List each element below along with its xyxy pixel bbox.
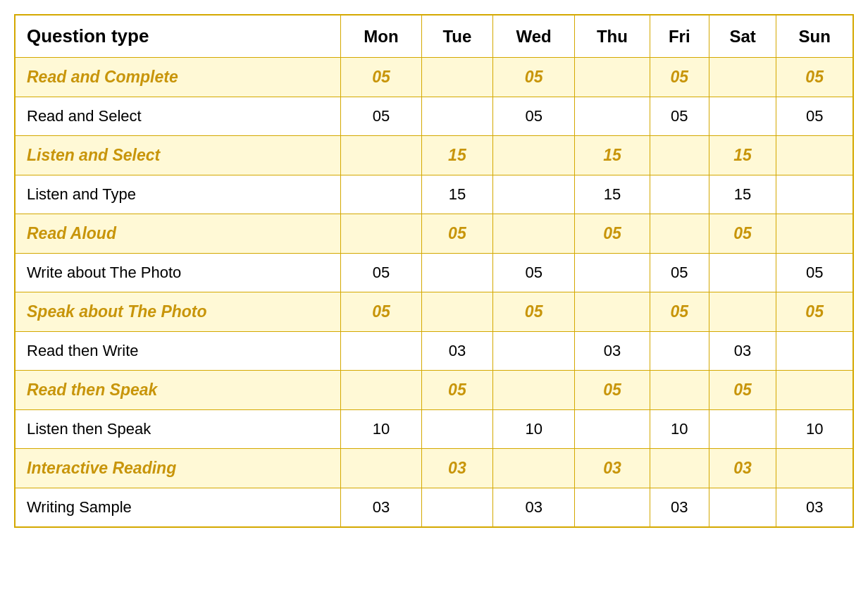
col-header-sat: Sat — [709, 15, 776, 58]
value-cell — [492, 449, 574, 488]
col-header-sun: Sun — [776, 15, 853, 58]
value-cell — [492, 136, 574, 175]
value-cell — [492, 175, 574, 214]
value-cell — [776, 175, 853, 214]
value-cell — [340, 136, 421, 175]
value-cell: 05 — [492, 97, 574, 136]
value-cell: 15 — [575, 175, 650, 214]
value-cell — [650, 332, 709, 371]
table-row: Speak about The Photo05050505 — [15, 292, 853, 332]
col-header-wed: Wed — [492, 15, 574, 58]
value-cell — [421, 292, 492, 332]
value-cell — [776, 371, 853, 410]
value-cell — [650, 175, 709, 214]
value-cell: 03 — [575, 449, 650, 488]
value-cell — [575, 488, 650, 528]
value-cell — [709, 58, 776, 97]
question-type-cell: Listen and Select — [15, 136, 340, 175]
value-cell: 03 — [776, 488, 853, 528]
value-cell — [575, 254, 650, 292]
value-cell — [492, 371, 574, 410]
value-cell — [709, 254, 776, 292]
value-cell: 15 — [709, 136, 776, 175]
value-cell: 05 — [340, 292, 421, 332]
value-cell — [492, 214, 574, 254]
value-cell: 05 — [340, 254, 421, 292]
value-cell — [340, 449, 421, 488]
value-cell: 05 — [340, 97, 421, 136]
value-cell — [776, 214, 853, 254]
value-cell: 05 — [421, 371, 492, 410]
question-type-cell: Read then Speak — [15, 371, 340, 410]
table-row: Write about The Photo05050505 — [15, 254, 853, 292]
value-cell: 10 — [340, 410, 421, 449]
value-cell — [421, 254, 492, 292]
value-cell: 03 — [575, 332, 650, 371]
value-cell: 03 — [650, 488, 709, 528]
col-header-fri: Fri — [650, 15, 709, 58]
question-type-cell: Listen and Type — [15, 175, 340, 214]
value-cell: 10 — [650, 410, 709, 449]
value-cell — [709, 488, 776, 528]
value-cell — [650, 136, 709, 175]
value-cell: 05 — [492, 254, 574, 292]
value-cell: 03 — [421, 332, 492, 371]
question-type-cell: Write about The Photo — [15, 254, 340, 292]
value-cell — [421, 58, 492, 97]
table-row: Listen and Type151515 — [15, 175, 853, 214]
value-cell: 10 — [492, 410, 574, 449]
value-cell: 15 — [709, 175, 776, 214]
table-row: Read and Select05050505 — [15, 97, 853, 136]
value-cell: 03 — [492, 488, 574, 528]
value-cell: 05 — [776, 97, 853, 136]
value-cell — [650, 371, 709, 410]
value-cell: 03 — [709, 332, 776, 371]
value-cell: 05 — [650, 97, 709, 136]
table-row: Read Aloud050505 — [15, 214, 853, 254]
value-cell — [650, 449, 709, 488]
table-row: Writing Sample03030303 — [15, 488, 853, 528]
value-cell: 05 — [421, 214, 492, 254]
value-cell: 05 — [709, 371, 776, 410]
table-row: Interactive Reading030303 — [15, 449, 853, 488]
value-cell: 05 — [776, 254, 853, 292]
table-row: Read then Speak050505 — [15, 371, 853, 410]
value-cell: 05 — [575, 371, 650, 410]
question-type-cell: Read then Write — [15, 332, 340, 371]
col-header-tue: Tue — [421, 15, 492, 58]
col-header-thu: Thu — [575, 15, 650, 58]
value-cell — [575, 58, 650, 97]
value-cell — [776, 332, 853, 371]
question-type-cell: Listen then Speak — [15, 410, 340, 449]
value-cell — [776, 449, 853, 488]
value-cell: 03 — [421, 449, 492, 488]
question-type-cell: Interactive Reading — [15, 449, 340, 488]
col-header-question-type: Question type — [15, 15, 340, 58]
col-header-mon: Mon — [340, 15, 421, 58]
value-cell: 15 — [421, 175, 492, 214]
value-cell — [492, 332, 574, 371]
value-cell — [709, 410, 776, 449]
value-cell — [421, 97, 492, 136]
value-cell: 05 — [340, 58, 421, 97]
value-cell — [709, 292, 776, 332]
value-cell — [575, 410, 650, 449]
value-cell: 05 — [650, 254, 709, 292]
schedule-table-container: Question typeMonTueWedThuFriSatSun Read … — [14, 14, 854, 528]
value-cell: 15 — [421, 136, 492, 175]
value-cell: 05 — [650, 58, 709, 97]
question-type-cell: Read and Complete — [15, 58, 340, 97]
question-type-cell: Read and Select — [15, 97, 340, 136]
header-row: Question typeMonTueWedThuFriSatSun — [15, 15, 853, 58]
value-cell: 05 — [575, 214, 650, 254]
value-cell: 15 — [575, 136, 650, 175]
value-cell — [421, 410, 492, 449]
value-cell: 05 — [492, 292, 574, 332]
value-cell: 03 — [709, 449, 776, 488]
question-type-cell: Writing Sample — [15, 488, 340, 528]
question-type-cell: Read Aloud — [15, 214, 340, 254]
table-row: Read then Write030303 — [15, 332, 853, 371]
table-row: Listen then Speak10101010 — [15, 410, 853, 449]
value-cell — [709, 97, 776, 136]
value-cell: 05 — [776, 58, 853, 97]
